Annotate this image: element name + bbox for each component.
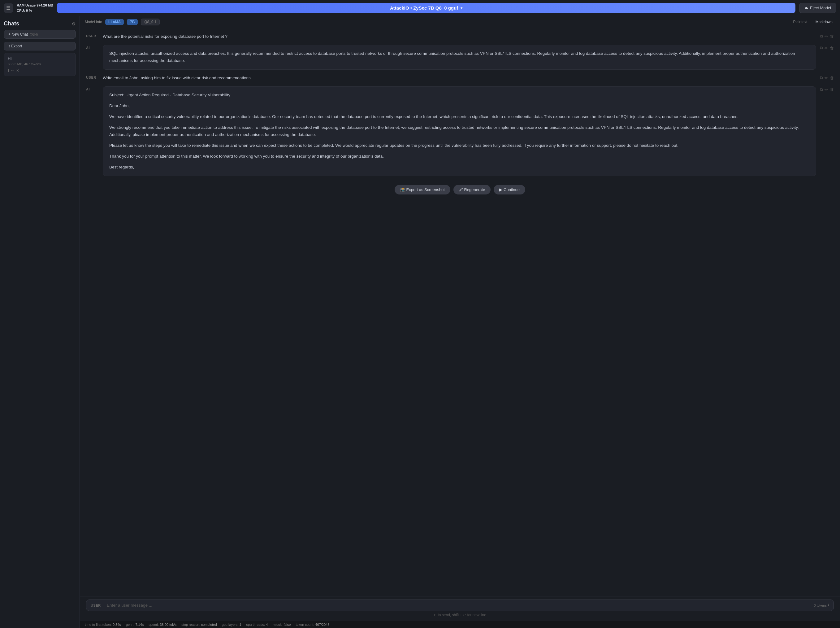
ai-email-paragraph: Please let us know the steps you will ta… [109,142,810,149]
cpu-threads-label: cpu threads: 4 [246,623,268,626]
model-title-text: AttackIO • ZySec 7B Q8_0 gguf [390,5,458,11]
messages-container: USER What are the potential risks for ex… [80,28,840,596]
chat-session-info-button[interactable]: ℹ [8,68,9,73]
sidebar-settings-icon[interactable]: ⚙ [72,21,76,26]
info-icon-input: ℹ [828,603,829,607]
edit-button-2[interactable]: ✏ [824,75,828,80]
ai-email-paragraph: We strongly recommend that you take imme… [109,124,810,138]
ai-role-label: AI [86,45,99,49]
stop-reason-val: completed [201,623,217,626]
copy-ai-button[interactable]: ⧉ [820,46,823,51]
gpu-layers-val: 1 [239,623,241,626]
token-count-display: 0 tokens ℹ [814,603,829,607]
edit-ai-button[interactable]: ✏ [824,46,828,51]
input-user-role-label: USER [91,604,104,607]
stop-reason-label: stop reason: completed [182,623,217,626]
sidebar: Chats ⚙ + New Chat (⌘N) ↑ Export Hi 66.9… [0,16,80,628]
gpu-layers-label: gpu layers: 1 [222,623,242,626]
llama-badge: LLaMA [105,19,124,25]
ai-bubble-2: Subject: Urgent Action Required - Databa… [103,86,816,176]
message-1-actions: ⧉ ✏ 🗑 [820,33,834,39]
export-sidebar-button[interactable]: ↑ Export [4,42,76,51]
cpu-label: CPU: [17,9,25,13]
status-bar: time to first token: 0.34s gen t: 7.14s … [80,621,840,628]
delete-button[interactable]: 🗑 [830,34,834,39]
user-role-label-2: USER [86,74,99,79]
model-info-label: Model Info [85,20,102,24]
sidebar-icon-group: ⚙ [72,21,76,26]
eject-icon: ⏏ [804,6,808,10]
user-role-label: USER [86,33,99,38]
main-layout: Chats ⚙ + New Chat (⌘N) ↑ Export Hi 66.9… [0,16,840,628]
user-message-2: Write email to John, asking him to fix i… [103,74,816,81]
mlock-val: false [284,623,291,626]
ram-usage-display: RAM Usage 974.26 MB CPU: 0 % [17,3,53,13]
message-2-actions: ⧉ ✏ 🗑 [820,74,834,80]
delete-ai-button-2[interactable]: 🗑 [830,87,834,92]
gen-t-label: gen t: 7.14s [126,623,144,626]
eject-model-button[interactable]: ⏏ Eject Model [799,3,836,13]
chat-toolbar: Model Info LLaMA 7B Q8_0 ℹ Plaintext Mar… [80,16,840,28]
ai-email-paragraph: Dear John, [109,103,810,110]
7b-badge: 7B [127,19,138,25]
delete-ai-button[interactable]: 🗑 [830,46,834,51]
input-row: USER 0 tokens ℹ [86,600,834,611]
gen-t-val: 7.14s [135,623,144,626]
copy-button[interactable]: ⧉ [820,34,823,39]
new-chat-button[interactable]: + New Chat (⌘N) [4,30,76,39]
cpu-value: 0 % [26,9,32,13]
chat-session-item[interactable]: Hi 66.93 MB, 467 tokens ℹ ✏ ✕ [4,53,76,76]
time-to-first-token-val: 0.34s [113,623,121,626]
user-message-1: What are the potential risks for exposin… [103,33,816,40]
ram-value: 974.26 MB [36,3,53,7]
markdown-format-button[interactable]: Markdown [813,19,835,25]
time-to-first-token-label: time to first token: 0.34s [85,623,121,626]
chat-session-edit-button[interactable]: ✏ [11,68,14,73]
copy-ai-button-2[interactable]: ⧉ [820,87,823,92]
input-hint: ↵ to send, shift + ↵ for new line [86,611,834,618]
edit-button[interactable]: ✏ [824,34,828,39]
chevron-down-icon: ▾ [461,6,463,10]
ai-message-row-1: AI SQL injection attacks, unauthorized a… [86,45,834,70]
sidebar-header: Chats ⚙ [0,19,79,30]
token-count-status-label: token count: 467/2048 [295,623,329,626]
message-row: USER What are the potential risks for ex… [86,33,834,40]
ram-label: RAM Usage [17,3,36,7]
plaintext-format-button[interactable]: Plaintext [791,19,810,25]
top-bar: ☰ RAM Usage 974.26 MB CPU: 0 % AttackIO … [0,0,840,16]
chats-title: Chats [4,21,19,27]
chat-session-delete-button[interactable]: ✕ [16,68,19,73]
input-area: USER 0 tokens ℹ ↵ to send, shift + ↵ for… [80,596,840,621]
chat-session-actions: ℹ ✏ ✕ [8,68,72,73]
copy-button-2[interactable]: ⧉ [820,75,823,80]
chat-area: Model Info LLaMA 7B Q8_0 ℹ Plaintext Mar… [80,16,840,628]
ai-message-2-actions: ⧉ ✏ 🗑 [820,86,834,92]
ai-bubble-1: SQL injection attacks, unauthorized acce… [103,45,816,70]
action-buttons-row: 📸 Export as Screenshot 🖊 Regenerate ▶ Co… [86,181,834,199]
ai-role-label-2: AI [86,86,99,91]
export-screenshot-button[interactable]: 📸 Export as Screenshot [395,185,450,195]
chat-session-title: Hi [8,56,72,61]
sidebar-toggle-button[interactable]: ☰ [4,3,13,13]
delete-button-2[interactable]: 🗑 [830,75,834,80]
message-input[interactable] [107,603,811,607]
ai-email-paragraph: We have identified a critical security v… [109,113,810,120]
mlock-label: mlock: false [273,623,291,626]
continue-button[interactable]: ▶ Continue [494,185,525,195]
token-count-status-val: 467/2048 [315,623,329,626]
ai-message-row-2: AI Subject: Urgent Action Required - Dat… [86,86,834,176]
info-icon: ℹ [155,20,156,24]
q8-badge: Q8_0 ℹ [141,19,159,25]
ai-email-paragraph: Thank you for your prompt attention to t… [109,153,810,160]
model-title-bar[interactable]: AttackIO • ZySec 7B Q8_0 gguf ▾ [57,3,796,13]
edit-ai-button-2[interactable]: ✏ [824,87,828,92]
speed-val: 38.00 tok/s [160,623,177,626]
message-row-2: USER Write email to John, asking him to … [86,74,834,81]
speed-label: speed: 38.00 tok/s [148,623,177,626]
ai-email-paragraph: Subject: Urgent Action Required - Databa… [109,92,810,99]
chat-session-meta: 66.93 MB, 467 tokens [8,62,72,66]
cpu-threads-val: 4 [266,623,268,626]
regenerate-button[interactable]: 🖊 Regenerate [453,185,491,195]
ai-message-1-actions: ⧉ ✏ 🗑 [820,45,834,51]
ai-email-paragraph: Best regards, [109,164,810,171]
